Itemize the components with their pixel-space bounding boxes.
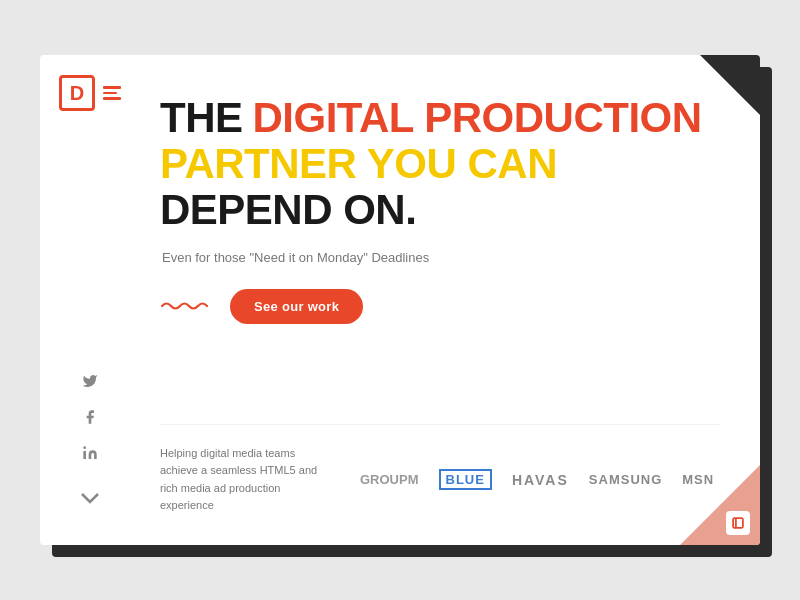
logo-groupm: groupm: [360, 472, 419, 487]
sidebar: D: [40, 55, 140, 545]
social-icons-group: [80, 371, 100, 545]
corner-logo-icon[interactable]: [726, 511, 750, 535]
svg-point-1: [83, 446, 86, 449]
twitter-icon[interactable]: [80, 371, 100, 391]
linkedin-icon[interactable]: [80, 443, 100, 463]
see-our-work-button[interactable]: See our work: [230, 289, 363, 324]
bottom-section: Helping digital media teams achieve a se…: [160, 424, 720, 515]
cta-row: See our work: [160, 289, 720, 324]
partner-logos: groupm Blue HAVAS SAMSUNG msn: [360, 469, 720, 490]
title-the: THE: [160, 95, 243, 141]
menu-button[interactable]: [103, 86, 121, 100]
title-digital-production: DIGITAL PRODUCTION: [253, 95, 702, 141]
hero-section: THE DIGITAL PRODUCTION PARTNER YOU CAN D…: [160, 95, 720, 414]
logo-area: D: [59, 75, 121, 111]
logo-samsung: SAMSUNG: [589, 472, 662, 487]
title-line2: PARTNER YOU CAN: [160, 141, 720, 187]
bottom-description: Helping digital media teams achieve a se…: [160, 445, 330, 515]
hero-subtitle: Even for those "Need it on Monday" Deadl…: [162, 250, 720, 265]
logo-msn: msn: [682, 472, 714, 487]
logo-blue: Blue: [439, 469, 492, 490]
menu-line-3: [103, 97, 121, 100]
logo-icon[interactable]: D: [59, 75, 95, 111]
svg-rect-0: [83, 451, 86, 459]
hero-title: THE DIGITAL PRODUCTION PARTNER YOU CAN D…: [160, 95, 720, 234]
scroll-down-button[interactable]: [80, 491, 100, 505]
content-area: THE DIGITAL PRODUCTION PARTNER YOU CAN D…: [140, 55, 760, 545]
menu-line-2: [103, 92, 117, 95]
main-card: D: [40, 55, 760, 545]
menu-line-1: [103, 86, 121, 89]
facebook-icon[interactable]: [80, 407, 100, 427]
logo-havas: HAVAS: [512, 472, 569, 488]
svg-rect-2: [733, 518, 743, 528]
page-wrapper: D: [40, 55, 760, 545]
title-line3: DEPEND ON.: [160, 187, 720, 233]
wave-decoration: [160, 299, 210, 313]
